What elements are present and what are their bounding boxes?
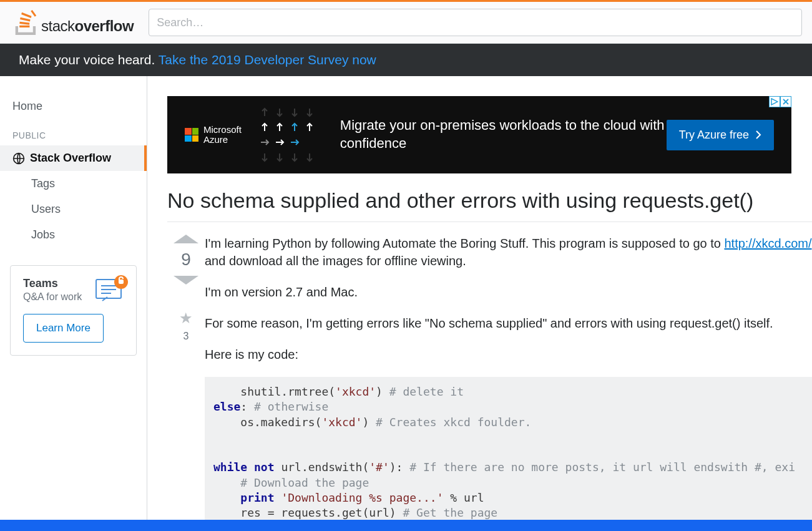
globe-icon — [12, 152, 25, 165]
upvote-button[interactable] — [174, 235, 198, 243]
footer-bar — [0, 520, 812, 531]
chevron-right-icon — [755, 130, 761, 139]
sidebar-home[interactable]: Home — [0, 94, 147, 119]
adchoices-badge[interactable] — [769, 96, 791, 107]
teams-learn-more-button[interactable]: Learn More — [23, 314, 104, 343]
ad-banner[interactable]: MicrosoftAzure — [167, 96, 791, 173]
sidebar-public-heading: PUBLIC — [0, 119, 147, 145]
favorite-button[interactable]: ★ — [179, 309, 193, 327]
xkcd-link[interactable]: http://xkcd.com/ — [724, 236, 811, 250]
sidebar-users[interactable]: Users — [0, 197, 147, 222]
banner-text: Make your voice heard. — [19, 52, 159, 67]
post-body: I'm learning Python by following Automat… — [205, 235, 812, 531]
search-input[interactable] — [149, 9, 802, 36]
sidebar-stackoverflow-label: Stack Overflow — [30, 152, 111, 165]
ad-graphic — [259, 107, 315, 163]
vote-column: 9 ★ 3 — [167, 235, 205, 531]
sidebar-tags[interactable]: Tags — [0, 171, 147, 197]
vote-score: 9 — [181, 250, 191, 270]
adchoices-icon — [769, 96, 780, 107]
teams-chat-icon — [95, 273, 129, 307]
close-ad-icon[interactable] — [780, 96, 791, 107]
post-paragraph: Here is my code: — [205, 346, 812, 363]
stackoverflow-icon — [15, 10, 37, 35]
logo-text: stackoverflow — [41, 17, 134, 35]
ad-brand: MicrosoftAzure — [185, 125, 242, 145]
teams-card: Teams Q&A for work Learn More — [10, 265, 137, 356]
question-title: No schema supplied and other errors with… — [167, 188, 812, 222]
header: stackoverflow — [0, 2, 812, 44]
microsoft-logo-icon — [185, 128, 198, 142]
survey-banner: Make your voice heard. Take the 2019 Dev… — [0, 44, 812, 76]
sidebar-jobs[interactable]: Jobs — [0, 222, 147, 248]
post-paragraph: I'm on version 2.7 and Mac. — [205, 283, 812, 301]
survey-link[interactable]: Take the 2019 Developer Survey now — [159, 52, 376, 67]
sidebar-stackoverflow[interactable]: Stack Overflow — [0, 145, 147, 171]
code-block: shutil.rmtree('xkcd') # delete it else: … — [205, 377, 812, 531]
post-paragraph: I'm learning Python by following Automat… — [205, 235, 812, 270]
logo[interactable]: stackoverflow — [10, 10, 139, 35]
ad-cta-button[interactable]: Try Azure free — [667, 120, 774, 150]
main-content: MicrosoftAzure — [147, 76, 812, 531]
ad-headline: Migrate your on-premises workloads to th… — [340, 117, 667, 152]
sidebar: Home PUBLIC Stack Overflow Tags Users Jo… — [0, 76, 147, 531]
favorite-count: 3 — [183, 331, 189, 342]
downvote-button[interactable] — [174, 276, 198, 285]
post-paragraph: For some reason, I'm getting errors like… — [205, 314, 812, 332]
